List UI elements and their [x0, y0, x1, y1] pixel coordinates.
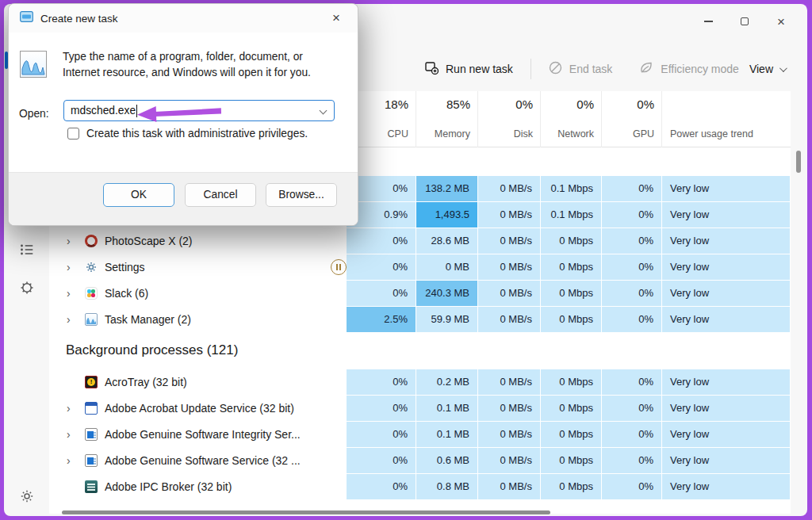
cell-network[interactable]: 0 Mbps	[541, 448, 602, 474]
cell-disk[interactable]: 0 MB/s	[478, 228, 541, 254]
cell-cpu[interactable]: 0%	[347, 254, 416, 281]
column-header-network[interactable]: 0% Network	[541, 91, 602, 147]
horizontal-scrollbar[interactable]	[62, 510, 550, 514]
cell-memory[interactable]: 28.6 MB	[416, 228, 478, 254]
cell-name[interactable]: ›Adobe Acrobat Update Service (32 bit)	[49, 396, 347, 422]
column-header-disk[interactable]: 0% Disk	[478, 91, 541, 147]
vertical-scrollbar[interactable]	[796, 151, 801, 173]
cell-memory[interactable]: 240.3 MB	[416, 281, 478, 307]
cell-cpu[interactable]: 0%	[347, 396, 416, 422]
expand-chevron-icon[interactable]: ›	[67, 314, 78, 325]
cell-power[interactable]: Very low	[662, 474, 791, 500]
expand-chevron-icon[interactable]: ›	[67, 288, 78, 299]
column-header-memory[interactable]: 85% Memory	[416, 91, 478, 147]
cell-network[interactable]: 0 Mbps	[541, 254, 602, 281]
cell-name[interactable]: ›!AcroTray (32 bit)	[49, 369, 347, 396]
cell-gpu[interactable]: 0%	[602, 254, 662, 281]
cell-name[interactable]: ›Adobe Genuine Software Integrity Ser...	[49, 422, 347, 448]
cell-power[interactable]: Very low	[662, 448, 791, 474]
cell-gpu[interactable]: 0%	[602, 307, 662, 333]
table-row[interactable]: ›Slack (6)0%240.3 MB0 MB/s0 Mbps0%Very l…	[49, 281, 791, 307]
maximize-icon[interactable]	[726, 10, 763, 32]
expand-chevron-icon[interactable]: ›	[67, 235, 78, 247]
efficiency-mode-button[interactable]: Efficiency mode	[631, 56, 747, 82]
cell-name[interactable]: ›Task Manager (2)	[49, 307, 347, 333]
cell-network[interactable]: 0 Mbps	[541, 281, 602, 307]
window-close-icon[interactable]: ×	[763, 10, 799, 32]
column-header-gpu[interactable]: 0% GPU	[602, 91, 662, 147]
cell-memory[interactable]: 0.2 MB	[416, 369, 478, 396]
cell-name[interactable]: ›Adobe IPC Broker (32 bit)	[49, 474, 347, 500]
services-icon[interactable]	[19, 280, 35, 296]
cell-name[interactable]: ›Slack (6)	[49, 281, 347, 307]
cell-name[interactable]: ›PhotoScape X (2)	[49, 228, 347, 254]
ok-button[interactable]: OK	[103, 183, 174, 207]
cell-cpu[interactable]: 0%	[347, 448, 416, 474]
cell-power[interactable]: Very low	[662, 176, 791, 202]
cell-power[interactable]: Very low	[662, 422, 791, 448]
cell-cpu[interactable]: 0%	[347, 228, 416, 254]
table-row[interactable]: ›Adobe Acrobat Update Service (32 bit)0%…	[49, 396, 791, 422]
cell-disk[interactable]: 0 MB/s	[478, 281, 541, 307]
table-row[interactable]: ›Adobe Genuine Software Integrity Ser...…	[49, 422, 791, 448]
cell-memory[interactable]: 0 MB	[416, 254, 478, 281]
cell-memory[interactable]: 0.8 MB	[416, 474, 478, 500]
run-new-task-button[interactable]: Run new task	[417, 56, 521, 82]
cell-disk[interactable]: 0 MB/s	[478, 448, 541, 474]
end-task-button[interactable]: End task	[541, 56, 620, 82]
cell-power[interactable]: Very low	[662, 369, 791, 396]
cell-gpu[interactable]: 0%	[602, 448, 662, 474]
cell-disk[interactable]: 0 MB/s	[478, 254, 541, 281]
details-icon[interactable]	[19, 242, 35, 258]
expand-chevron-icon[interactable]: ›	[67, 455, 78, 466]
expand-chevron-icon[interactable]: ›	[67, 403, 78, 414]
cell-network[interactable]: 0.1 Mbps	[541, 202, 602, 228]
admin-privileges-checkbox[interactable]	[67, 128, 79, 140]
cell-network[interactable]: 0.1 Mbps	[541, 176, 602, 202]
table-row[interactable]: ›Task Manager (2)2.5%59.9 MB0 MB/s0 Mbps…	[49, 307, 791, 333]
cell-network[interactable]: 0 Mbps	[541, 228, 602, 254]
cell-memory[interactable]: 59.9 MB	[416, 307, 478, 333]
cell-cpu[interactable]: 0%	[347, 369, 416, 396]
view-dropdown[interactable]: View	[749, 63, 785, 75]
cell-gpu[interactable]: 0%	[602, 176, 662, 202]
cell-disk[interactable]: 0 MB/s	[478, 307, 541, 333]
cell-memory[interactable]: 138.2 MB	[416, 176, 478, 202]
cell-network[interactable]: 0 Mbps	[541, 422, 602, 448]
cell-memory[interactable]: 1,493.5 MB	[416, 202, 478, 228]
column-header-power[interactable]: Power usage trend	[662, 91, 791, 147]
cell-cpu[interactable]: 0%	[347, 422, 416, 448]
cell-disk[interactable]: 0 MB/s	[478, 176, 541, 202]
settings-gear-icon[interactable]	[19, 488, 35, 504]
cell-gpu[interactable]: 0%	[602, 369, 662, 396]
cell-power[interactable]: Very low	[662, 228, 791, 254]
cell-power[interactable]: Very low	[662, 396, 791, 422]
cell-gpu[interactable]: 0%	[602, 202, 662, 228]
dialog-close-icon[interactable]: ×	[321, 6, 351, 30]
cell-network[interactable]: 0 Mbps	[541, 369, 602, 396]
cell-gpu[interactable]: 0%	[602, 281, 662, 307]
cell-memory[interactable]: 0.1 MB	[416, 422, 478, 448]
cell-cpu[interactable]: 0%	[347, 281, 416, 307]
table-row[interactable]: ›Adobe IPC Broker (32 bit)0%0.8 MB0 MB/s…	[49, 474, 791, 500]
cancel-button[interactable]: Cancel	[185, 183, 256, 207]
minimize-icon[interactable]	[690, 10, 726, 32]
cell-name[interactable]: ›Adobe Genuine Software Service (32 ...	[49, 448, 347, 474]
cell-memory[interactable]: 0.6 MB	[416, 448, 478, 474]
cell-disk[interactable]: 0 MB/s	[478, 369, 541, 396]
cell-network[interactable]: 0 Mbps	[541, 396, 602, 422]
cell-power[interactable]: Very low	[662, 307, 791, 333]
cell-gpu[interactable]: 0%	[602, 228, 662, 254]
cell-cpu[interactable]: 0%	[347, 474, 416, 500]
cell-name[interactable]: ›Settings	[49, 254, 347, 281]
table-row[interactable]: ›Adobe Genuine Software Service (32 ...0…	[49, 448, 791, 474]
table-row[interactable]: ›!AcroTray (32 bit)0%0.2 MB0 MB/s0 Mbps0…	[49, 369, 791, 396]
cell-gpu[interactable]: 0%	[602, 396, 662, 422]
cell-network[interactable]: 0 Mbps	[541, 307, 602, 333]
expand-chevron-icon[interactable]: ›	[67, 262, 78, 273]
cell-disk[interactable]: 0 MB/s	[478, 474, 541, 500]
combobox-chevron-down-icon[interactable]	[320, 107, 327, 115]
browse-button[interactable]: Browse...	[266, 183, 337, 207]
table-row[interactable]: ›Settings0%0 MB0 MB/s0 Mbps0%Very low	[49, 254, 791, 281]
cell-power[interactable]: Very low	[662, 254, 791, 281]
